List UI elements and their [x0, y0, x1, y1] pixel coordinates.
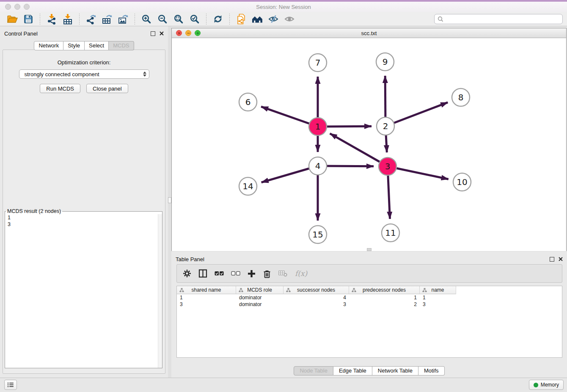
result-scrollbar[interactable]: [158, 214, 162, 368]
export-network-button[interactable]: [83, 13, 99, 25]
mcds-result-title: MCDS result (2 nodes): [6, 208, 62, 214]
mcds-tab-content: Optimization criterion: strongly connect…: [3, 50, 165, 374]
show-all-button[interactable]: [282, 13, 297, 25]
open-folder-icon: [7, 14, 18, 24]
close-panel-icon[interactable]: [160, 31, 164, 36]
tab-mcds[interactable]: MCDS: [109, 41, 134, 50]
column-header-label: predecessor nodes: [363, 287, 406, 293]
column-header-label: shared name: [191, 287, 221, 293]
open-session-button[interactable]: [5, 13, 20, 25]
graph-node-label: 8: [458, 92, 464, 102]
column-header-predecessor-nodes[interactable]: predecessor nodes: [349, 286, 420, 294]
network-window-titlebar[interactable]: scc.txt: [172, 28, 566, 38]
table-cell[interactable]: 2: [349, 301, 420, 308]
column-header-MCDS-role[interactable]: MCDS role: [236, 286, 284, 294]
tab-style[interactable]: Style: [63, 41, 85, 50]
show-selected-button[interactable]: [215, 271, 224, 276]
zoom-selected-button[interactable]: [187, 13, 202, 25]
table-cell[interactable]: 1: [420, 294, 456, 301]
toolbar-separator: [229, 14, 230, 25]
import-table-button[interactable]: [60, 13, 75, 25]
control-panel-title: Control Panel: [4, 30, 38, 37]
hide-selected-button[interactable]: [266, 13, 281, 25]
gear-icon: [183, 269, 191, 278]
export-image-button[interactable]: [116, 13, 131, 25]
memory-status-dot: [534, 383, 538, 387]
table-row[interactable]: 3dominator323: [177, 301, 562, 308]
table-cell[interactable]: 3: [177, 301, 236, 308]
column-header-label: name: [431, 287, 444, 293]
column-header-name[interactable]: name: [420, 286, 456, 294]
network-graph[interactable]: 1234678910111415: [172, 38, 566, 251]
table-row[interactable]: 1dominator411: [177, 294, 562, 301]
divider-grip[interactable]: [168, 197, 171, 203]
destroy-table-button[interactable]: [278, 270, 288, 277]
float-panel-icon[interactable]: [151, 31, 155, 36]
window-resize-grip[interactable]: [367, 248, 372, 251]
import-network-icon: [46, 14, 57, 25]
export-table-icon: [102, 14, 113, 25]
table-cell[interactable]: dominator: [236, 294, 284, 301]
column-attr-icon: [286, 288, 291, 293]
graph-edge-2-8[interactable]: [385, 102, 448, 126]
houses-icon: [251, 14, 263, 24]
first-neighbors-button[interactable]: [250, 13, 265, 25]
import-network-button[interactable]: [44, 13, 59, 25]
function-builder-button[interactable]: f(x): [295, 269, 307, 278]
task-history-button[interactable]: [4, 380, 17, 390]
hide-selected-columns-button[interactable]: [231, 271, 240, 276]
table-settings-button[interactable]: [183, 269, 191, 278]
network-canvas[interactable]: 1234678910111415: [172, 38, 566, 251]
column-header-shared-name[interactable]: shared name: [177, 286, 236, 294]
close-panel-button[interactable]: Close panel: [86, 84, 128, 93]
tab-motifs[interactable]: Motifs: [418, 366, 445, 375]
mcds-result-text-area[interactable]: 1 3: [5, 214, 162, 368]
new-network-from-selection-button[interactable]: [234, 13, 249, 25]
network-window-title: scc.txt: [172, 30, 566, 36]
criterion-value: strongly connected component: [25, 71, 143, 77]
result-line: 1: [5, 214, 162, 221]
node-table: shared nameMCDS rolesuccessor nodesprede…: [176, 286, 562, 358]
fit-content-button[interactable]: [171, 13, 186, 25]
table-cell[interactable]: 3: [420, 301, 456, 308]
close-panel-icon[interactable]: [559, 257, 563, 261]
float-panel-icon[interactable]: [550, 257, 554, 262]
table-cell[interactable]: 1: [349, 294, 420, 301]
search-input[interactable]: [446, 16, 559, 22]
save-session-button[interactable]: [21, 13, 36, 25]
export-table-button[interactable]: [99, 13, 115, 25]
refresh-view-button[interactable]: [210, 13, 226, 25]
run-mcds-button[interactable]: Run MCDS: [40, 84, 80, 93]
tab-node-table[interactable]: Node Table: [294, 366, 333, 375]
select-columns-button[interactable]: [198, 269, 207, 278]
memory-button[interactable]: Memory: [529, 380, 564, 390]
criterion-select[interactable]: strongly connected component: [19, 69, 149, 79]
tab-network[interactable]: Network: [34, 41, 63, 50]
tab-edge-table[interactable]: Edge Table: [333, 366, 372, 375]
table-tabs: Node Table Edge Table Network Table Moti…: [171, 366, 567, 375]
refresh-icon: [213, 14, 223, 24]
toolbar-separator: [40, 14, 40, 25]
save-disk-icon: [23, 14, 33, 24]
main-toolbar: [0, 12, 567, 26]
trash-icon: [263, 269, 271, 278]
table-body: 1dominator4113dominator323: [177, 294, 562, 308]
column-header-successor-nodes[interactable]: successor nodes: [284, 286, 349, 294]
table-cell[interactable]: 3: [284, 301, 349, 308]
table-cell[interactable]: 4: [284, 294, 349, 301]
graph-edge-3-1[interactable]: [330, 133, 388, 166]
control-panel: Control Panel Network Style Select MCDS …: [0, 26, 168, 378]
zoom-out-button[interactable]: [155, 13, 170, 25]
graph-node-label: 1: [315, 121, 321, 132]
graph-node-label: 11: [385, 228, 396, 238]
delete-entry-button[interactable]: [263, 269, 271, 278]
table-panel-header: Table Panel: [171, 252, 567, 265]
graph-node-label: 9: [383, 57, 388, 67]
add-entry-button[interactable]: [248, 270, 256, 278]
table-cell[interactable]: 1: [177, 294, 236, 301]
panel-divider[interactable]: [168, 26, 171, 378]
zoom-in-button[interactable]: [139, 13, 154, 25]
table-cell[interactable]: dominator: [236, 301, 284, 308]
tab-select[interactable]: Select: [85, 41, 109, 50]
tab-network-table[interactable]: Network Table: [372, 366, 418, 375]
